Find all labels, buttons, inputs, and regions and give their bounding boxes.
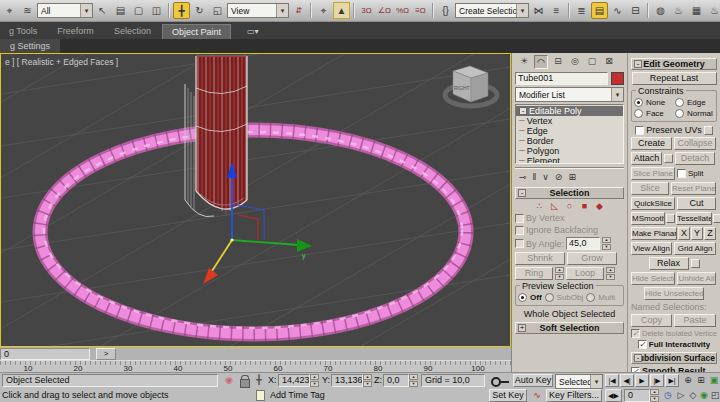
hide-unselected-button[interactable]: Hide Unselected [644,287,704,300]
tube-object[interactable] [185,56,247,217]
layer-manager-icon[interactable]: ≣ [573,2,590,19]
window-crossing-toggle-icon[interactable]: ≋ [19,2,36,19]
modifier-list-dropdown[interactable]: Modifier List ▾ [515,87,624,102]
viewport-canvas[interactable]: y RIGHT e ] [ Realistic + Edged Faces ] [1,54,510,346]
key-mode-toggle-icon[interactable]: ◀▶ [605,389,622,402]
spinner-up-icon[interactable]: ▲ [310,374,319,380]
previous-frame-button[interactable]: ◀| [620,374,634,387]
rollout-collapse-icon[interactable]: - [634,354,642,362]
by-angle-spinner[interactable]: ▲▼ [602,237,611,250]
spinner-down-icon[interactable]: ▼ [363,381,372,387]
soft-selection-rollout-header[interactable]: + Soft Selection [515,322,624,334]
render-setup-icon[interactable]: ♨ [670,2,687,19]
modify-tab-icon[interactable]: ◠ [534,55,548,69]
spinner-snap-icon[interactable]: ≡Ω [412,2,429,19]
spinner-up-icon[interactable]: ▲ [555,267,564,273]
schematic-view-icon[interactable]: ⊟ [627,2,644,19]
select-and-move-icon[interactable]: ╋ [173,2,190,19]
utilities-tab-icon[interactable]: ⊠ [602,55,616,69]
preserve-uvs-settings-button[interactable] [704,126,713,135]
split-checkbox[interactable] [677,169,686,178]
rollout-collapse-icon[interactable]: - [518,189,526,197]
msmooth-button[interactable]: MSmooth [631,212,665,225]
grow-button[interactable]: Grow [567,252,617,265]
dropdown-arrow-icon[interactable]: ▾ [516,4,528,17]
object-name-field[interactable]: Tube001 [515,72,608,85]
mirror-icon[interactable]: ⋈ [530,2,547,19]
select-and-rotate-icon[interactable]: ↻ [191,2,208,19]
goto-start-button[interactable]: |◀ [605,374,619,387]
by-angle-field[interactable]: 45,0 [566,237,600,250]
constraint-edge-radio[interactable] [675,98,684,107]
current-frame-field[interactable]: 0 [624,389,650,402]
copy-button[interactable]: Copy [631,314,672,327]
spinner-up-icon[interactable]: ▲ [606,267,615,273]
stack-item-border[interactable]: ─Border [516,136,623,146]
rectangular-selection-region-icon[interactable]: ▢ [130,2,147,19]
tessellate-settings-button[interactable] [713,214,720,223]
play-button[interactable]: ▶ [635,374,649,387]
subdivision-surface-rollout-header[interactable]: - Subdivision Surface [631,352,717,364]
window-selection-icon[interactable]: ◫ [148,2,165,19]
stack-item-edge[interactable]: ─Edge [516,126,623,136]
next-frame-step-button[interactable]: > [96,348,116,360]
isolate-selection-icon[interactable]: ◉ [222,374,236,387]
relax-button[interactable]: Relax [649,257,689,270]
ring-button[interactable]: Ring [515,267,553,280]
dropdown-arrow-icon[interactable]: ▾ [611,88,623,101]
pin-stack-icon[interactable]: ⊸ [519,172,527,182]
selection-filter-dropdown[interactable]: All ▾ [37,3,93,18]
ribbon-minimize-icon[interactable]: ▭▾ [247,24,259,39]
curve-editor-icon[interactable]: ∿ [609,2,626,19]
snap-toggle-3d-icon[interactable]: 3Ω [358,2,375,19]
display-tab-icon[interactable]: ▢ [585,55,599,69]
make-planar-button[interactable]: Make Planar [631,227,677,240]
set-keys-key-icon[interactable] [489,374,511,387]
goto-end-button[interactable]: ▶| [665,374,679,387]
edit-geometry-rollout-header[interactable]: - Edit Geometry [631,58,717,70]
preserve-uvs-checkbox[interactable] [635,126,644,135]
delete-isolated-vertices-checkbox[interactable]: ✓ [631,329,640,338]
create-selection-set-dropdown[interactable]: Create Selection Se ▾ [455,3,529,18]
show-end-result-icon[interactable]: ‖ [533,172,537,182]
configure-modifier-sets-icon[interactable]: ⊞ [568,172,576,182]
spinner-up-icon[interactable]: ▲ [602,237,611,243]
spinner-down-icon[interactable]: ▼ [310,381,319,387]
time-slider[interactable]: 0 > [0,347,511,360]
time-slider-handle[interactable]: 0 [0,348,90,360]
rollout-collapse-icon[interactable]: - [634,60,642,68]
unhide-all-button[interactable]: Unhide All [677,272,716,285]
zoom-extents-icon[interactable]: ▣ [707,374,720,387]
repeat-last-button[interactable]: Repeat Last [632,72,717,85]
tab-paint-settings[interactable]: g Settings [0,39,60,53]
scene-explorer-icon[interactable]: ▤ [591,2,608,19]
cut-button[interactable]: Cut [677,197,716,210]
set-key-button[interactable]: Set Key [489,389,527,402]
material-editor-icon[interactable]: ◍ [652,2,669,19]
planar-y-button[interactable]: Y [691,227,703,240]
planar-x-button[interactable]: X [678,227,690,240]
dropdown-arrow-icon[interactable]: ▾ [80,4,92,17]
perspective-viewport[interactable]: y RIGHT e ] [ Realistic + Edged Faces ] [0,53,511,347]
attach-settings-button[interactable] [664,154,673,163]
time-config-icon[interactable]: ◷ [661,389,675,402]
axis-constraint-icon[interactable]: ⇵ [290,2,307,19]
tab-modeling-tools[interactable]: g Tools [0,24,46,39]
slice-button[interactable]: Slice [631,182,669,195]
viewcube-face-label[interactable]: RIGHT [454,85,470,91]
full-interactivity-checkbox[interactable]: ✓ [638,340,647,349]
selection-set-keys-dropdown[interactable]: Selected ▾ [555,374,603,389]
select-object-icon[interactable]: ↖ [94,2,111,19]
create-tab-icon[interactable]: ☀ [517,55,531,69]
polygon-subobject-icon[interactable]: ■ [578,201,591,211]
tab-selection[interactable]: Selection [105,24,160,39]
by-angle-checkbox[interactable] [515,239,524,248]
remove-modifier-icon[interactable]: ⊘ [555,172,563,182]
track-bar[interactable]: 10 20 30 40 50 60 70 80 90 100 [0,360,511,372]
quickslice-button[interactable]: QuickSlice [631,197,675,210]
stack-item-editable-poly[interactable]: - Editable Poly [516,106,623,116]
reset-plane-button[interactable]: Reset Plane [671,182,716,195]
spinner-up-icon[interactable]: ▲ [363,374,372,380]
edge-subobject-icon[interactable]: ◺ [548,201,561,211]
rendered-frame-window-icon[interactable]: ▦ [688,2,705,19]
